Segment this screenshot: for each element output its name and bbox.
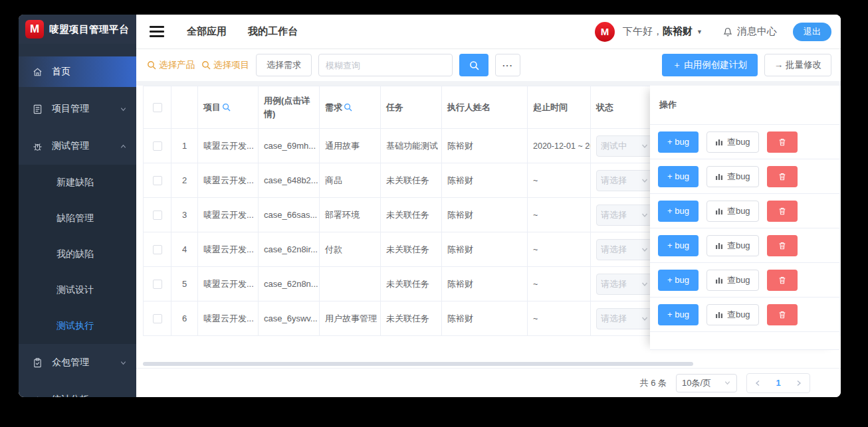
row-checkbox[interactable]	[153, 141, 162, 151]
greeting-text[interactable]: 下午好，陈裕财	[623, 25, 693, 38]
pager: 1	[746, 373, 810, 393]
row-checkbox[interactable]	[153, 176, 162, 185]
chevron-down-icon	[641, 177, 649, 185]
search-icon	[201, 60, 211, 70]
status-column-header: 状态	[591, 86, 654, 129]
view-bug-button[interactable]: 查bug	[706, 131, 759, 153]
row-checkbox[interactable]	[153, 314, 162, 323]
test-mgmt-submenu: 新建缺陷 缺陷管理 我的缺陷 测试设计 测试执行	[19, 165, 136, 344]
trash-icon	[778, 276, 787, 285]
view-bug-button[interactable]: 查bug	[706, 201, 759, 222]
select-product-link[interactable]: 选择产品	[147, 59, 195, 71]
delete-button[interactable]	[767, 270, 798, 291]
stats-icon	[32, 394, 43, 398]
page-number[interactable]: 1	[776, 378, 780, 388]
view-bug-button[interactable]: 查bug	[706, 166, 759, 187]
select-requirement-button[interactable]: 选择需求	[256, 54, 312, 76]
status-select[interactable]: 请选择	[596, 308, 653, 329]
add-bug-button[interactable]: + bug	[658, 235, 699, 256]
delete-button[interactable]	[767, 235, 798, 256]
sidebar-item-label: 项目管理	[52, 103, 89, 115]
sidebar-item-clipped[interactable]: 统计分析	[19, 381, 136, 397]
search-button[interactable]	[459, 54, 488, 76]
page-size-value: 10条/页	[682, 377, 711, 389]
sidebar-item-test-design[interactable]: 测试设计	[19, 272, 136, 308]
sidebar-item-new-defect[interactable]: 新建缺陷	[19, 165, 136, 201]
executor-column-header: 执行人姓名	[442, 86, 528, 129]
add-bug-button[interactable]: + bug	[658, 166, 699, 187]
message-center-link[interactable]: 消息中心	[722, 25, 777, 38]
sidebar-item-label: 众包管理	[52, 357, 89, 369]
add-bug-button[interactable]: + bug	[658, 131, 699, 153]
table-zone: 项目 用例(点击详情) 需求 任务 执行人姓名 起止时间 状态	[136, 86, 841, 368]
greeting-prefix: 下午好，	[623, 25, 663, 37]
row-checkbox[interactable]	[153, 280, 162, 289]
bar-chart-icon	[715, 173, 723, 181]
trash-icon	[778, 207, 787, 216]
sidebar-item-label: 测试管理	[52, 140, 89, 152]
main-area: 全部应用 我的工作台 M 下午好，陈裕财 ▼ 消息中心 退出 选择产品	[136, 15, 841, 397]
search-icon[interactable]	[222, 102, 231, 111]
horizontal-scrollbar[interactable]	[143, 362, 693, 366]
topbar: 全部应用 我的工作台 M 下午好，陈裕财 ▼ 消息中心 退出	[136, 15, 841, 49]
create-plan-button[interactable]: ＋ 由用例创建计划	[662, 54, 758, 76]
select-all-checkbox[interactable]	[153, 103, 162, 112]
sidebar-item-label: 统计分析	[52, 394, 89, 397]
sidebar-item-my-defects[interactable]: 我的缺陷	[19, 236, 136, 272]
project-column-header: 项目	[198, 86, 259, 129]
delete-button[interactable]	[767, 304, 798, 325]
logout-button[interactable]: 退出	[793, 23, 831, 41]
add-bug-button[interactable]: + bug	[658, 304, 699, 325]
add-bug-button[interactable]: + bug	[658, 201, 699, 222]
row-checkbox[interactable]	[153, 245, 162, 254]
delete-button[interactable]	[767, 166, 798, 187]
select-project-link[interactable]: 选择项目	[201, 59, 249, 71]
more-filters-button[interactable]: ···	[495, 54, 520, 76]
chevron-down-icon	[120, 106, 127, 113]
status-select[interactable]: 请选择	[596, 239, 653, 260]
delete-button[interactable]	[767, 131, 798, 153]
search-icon	[147, 60, 156, 70]
add-bug-button[interactable]: + bug	[658, 270, 699, 291]
logo-bar: M 唛盟项目管理平台	[19, 15, 136, 44]
bar-chart-icon	[715, 242, 723, 250]
req-column-header: 需求	[320, 86, 381, 129]
delete-button[interactable]	[767, 201, 798, 222]
view-bug-button[interactable]: 查bug	[706, 235, 759, 256]
search-icon[interactable]	[344, 102, 352, 111]
view-bug-button[interactable]: 查bug	[706, 304, 759, 325]
prev-page-icon[interactable]	[754, 379, 762, 387]
sidebar-item-home[interactable]: 首页	[19, 56, 136, 87]
nav-all-apps[interactable]: 全部应用	[187, 25, 227, 38]
batch-edit-button[interactable]: → 批量修改	[764, 54, 831, 76]
fuzzy-search-input[interactable]	[318, 54, 453, 76]
nav-workbench[interactable]: 我的工作台	[248, 25, 298, 38]
status-select[interactable]: 请选择	[596, 274, 653, 295]
page-size-select[interactable]: 10条/页	[676, 374, 737, 392]
view-bug-button[interactable]: 查bug	[706, 270, 759, 291]
bar-chart-icon	[715, 311, 723, 319]
avatar[interactable]: M	[595, 22, 615, 42]
status-select[interactable]: 测试中	[596, 135, 653, 157]
sidebar-item-defect-mgmt[interactable]: 缺陷管理	[19, 201, 136, 236]
bell-icon	[722, 27, 733, 37]
sidebar-item-test-execution[interactable]: 测试执行	[19, 308, 136, 344]
ops-panel-footer	[650, 331, 839, 350]
bar-chart-icon	[715, 276, 723, 284]
sidebar-item-crowd-mgmt[interactable]: 众包管理	[19, 344, 136, 381]
status-select[interactable]: 请选择	[596, 170, 653, 191]
sidebar-item-project-mgmt[interactable]: 项目管理	[19, 90, 136, 128]
filter-toolbar: 选择产品 选择项目 选择需求 ··· ＋ 由用例创建计划 → 批量修改	[136, 49, 841, 81]
ops-row: + bug 查bug	[650, 193, 839, 228]
top-nav: 全部应用 我的工作台	[187, 25, 298, 38]
status-select[interactable]: 请选择	[596, 205, 653, 226]
next-page-icon[interactable]	[795, 379, 803, 387]
bar-chart-icon	[715, 138, 723, 146]
ops-column-header: 操作	[650, 86, 839, 124]
sidebar-item-test-mgmt[interactable]: 测试管理	[19, 128, 136, 165]
row-checkbox[interactable]	[153, 211, 162, 220]
hamburger-menu-icon[interactable]	[150, 26, 164, 37]
chevron-down-icon	[641, 246, 649, 254]
caret-down-icon[interactable]: ▼	[697, 29, 703, 35]
chevron-down-icon	[641, 315, 649, 323]
